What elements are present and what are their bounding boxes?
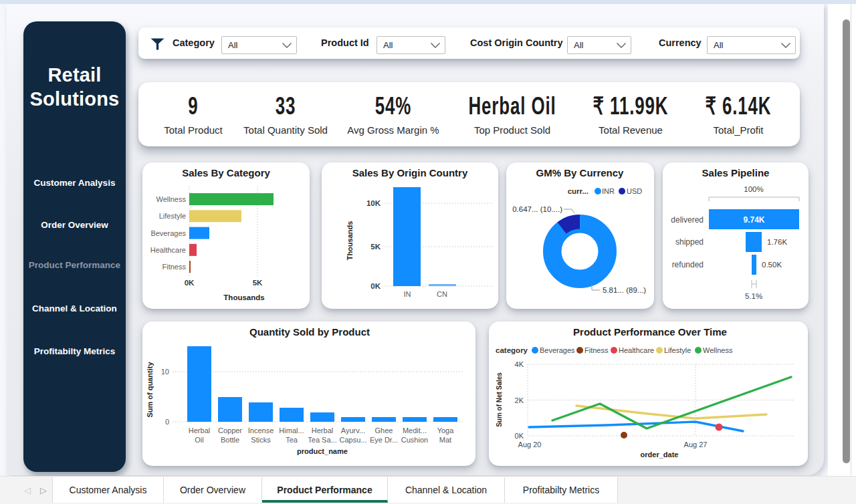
svg-text:0K: 0K [515, 432, 524, 440]
svg-text:IN: IN [404, 290, 411, 298]
svg-text:Product Performance Over Time: Product Performance Over Time [573, 326, 727, 338]
svg-text:Aug 27: Aug 27 [684, 440, 708, 449]
svg-text:shipped: shipped [675, 237, 704, 247]
svg-text:Capsu...: Capsu... [340, 436, 367, 444]
svg-text:delivered: delivered [671, 215, 704, 225]
svg-text:10K: 10K [366, 199, 381, 207]
svg-text:GM% By Currency: GM% By Currency [536, 167, 625, 178]
svg-text:Tea Sa...: Tea Sa... [308, 436, 336, 444]
svg-text:Wellness: Wellness [156, 195, 187, 203]
svg-text:Cushion: Cushion [401, 436, 428, 444]
svg-text:CN: CN [437, 290, 447, 298]
svg-text:Sum of Net Sales: Sum of Net Sales [496, 372, 503, 427]
svg-text:Healthcare: Healthcare [150, 246, 186, 254]
svg-text:5K: 5K [253, 279, 263, 287]
svg-text:Aug 20: Aug 20 [518, 440, 542, 449]
svg-text:Lifestyle: Lifestyle [159, 212, 186, 220]
svg-text:Sales Pipeline: Sales Pipeline [702, 167, 770, 178]
svg-text:5K: 5K [370, 243, 381, 251]
svg-text:Herbal: Herbal [312, 426, 333, 434]
svg-text:Sticks: Sticks [251, 436, 271, 444]
svg-text:Medit...: Medit... [403, 426, 427, 434]
svg-text:0.50K: 0.50K [762, 261, 782, 269]
svg-text:Beverages: Beverages [540, 346, 575, 354]
svg-text:1.76K: 1.76K [767, 238, 787, 246]
svg-text:100%: 100% [744, 185, 763, 193]
svg-text:Quantity Sold by Product: Quantity Sold by Product [249, 326, 370, 338]
svg-text:Lifestyle: Lifestyle [664, 346, 691, 354]
svg-text:USD: USD [627, 187, 642, 195]
svg-text:Sum of quantity: Sum of quantity [146, 362, 154, 418]
svg-text:curr...: curr... [568, 187, 588, 195]
svg-text:refunded: refunded [672, 260, 704, 269]
svg-text:Fitness: Fitness [584, 346, 609, 354]
svg-text:5.81... (89...): 5.81... (89...) [603, 286, 646, 294]
svg-text:Thousands: Thousands [346, 221, 354, 261]
svg-text:0: 0 [165, 418, 169, 426]
svg-text:4K: 4K [515, 360, 524, 368]
svg-text:Yoga: Yoga [437, 426, 455, 434]
svg-text:Eye Dr...: Eye Dr... [370, 436, 398, 444]
svg-text:Oil: Oil [195, 436, 203, 444]
svg-text:Himal...: Himal... [279, 426, 304, 434]
svg-text:Bottle: Bottle [221, 436, 239, 444]
svg-text:Herbal: Herbal [189, 426, 210, 434]
svg-text:5.1%: 5.1% [745, 292, 762, 300]
svg-text:Fitness: Fitness [163, 263, 187, 271]
svg-text:Beverages: Beverages [150, 229, 186, 237]
svg-text:Sales By Origin Country: Sales By Origin Country [352, 167, 468, 178]
svg-text:INR: INR [602, 187, 615, 195]
svg-text:Wellness: Wellness [703, 346, 733, 354]
svg-text:product_name: product_name [297, 447, 348, 455]
svg-text:Copper: Copper [218, 426, 242, 434]
svg-text:10: 10 [161, 368, 169, 376]
svg-text:Tea: Tea [286, 436, 298, 444]
svg-text:Ayurv...: Ayurv... [341, 426, 365, 434]
svg-text:0K: 0K [370, 282, 381, 290]
svg-text:Thousands: Thousands [223, 293, 264, 301]
svg-text:order_date: order_date [641, 451, 679, 459]
svg-text:Healthcare: Healthcare [619, 346, 654, 354]
svg-text:category: category [496, 346, 528, 354]
svg-text:9.74K: 9.74K [743, 215, 764, 225]
svg-text:Incense: Incense [248, 426, 274, 434]
svg-text:0K: 0K [185, 279, 195, 287]
svg-text:0.647... (10....): 0.647... (10....) [512, 205, 562, 213]
svg-text:Mat: Mat [439, 436, 451, 444]
svg-text:Sales By Category: Sales By Category [182, 167, 270, 178]
svg-text:2K: 2K [515, 396, 524, 404]
svg-text:Ghee: Ghee [375, 426, 393, 434]
